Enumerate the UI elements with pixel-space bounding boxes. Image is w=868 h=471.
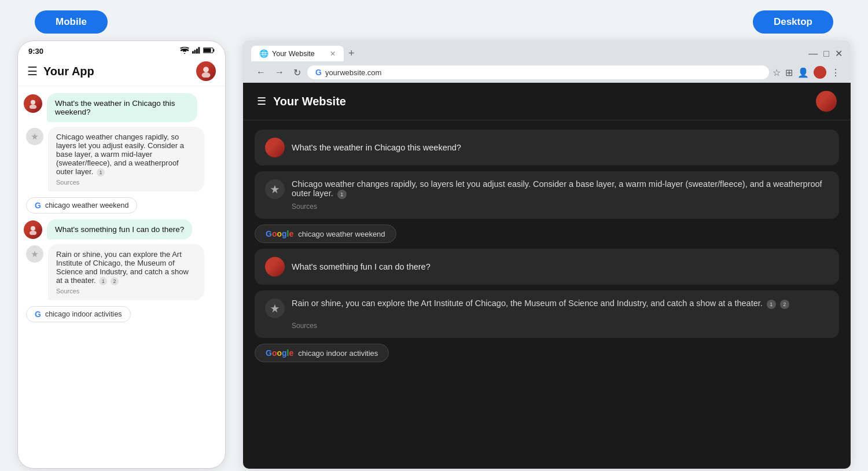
svg-marker-14	[31, 251, 38, 257]
desktop-user-avatar-1	[265, 138, 285, 157]
mobile-sources-1: Sources	[56, 179, 196, 186]
desktop-msg-user-1: What's the weather in Chicago this weeke…	[255, 130, 839, 165]
svg-rect-5	[213, 49, 214, 51]
main-layout: 9:30 ☰ Your App	[0, 41, 868, 471]
more-options-icon[interactable]: ⋮	[831, 67, 840, 78]
mobile-frame: 9:30 ☰ Your App	[17, 41, 226, 469]
browser-toolbar-right: ☆ ⊞ 👤 ⋮	[773, 66, 840, 79]
desktop-msg-ai-2: Rain or shine, you can explore the Art I…	[255, 290, 839, 338]
desktop-bubble-user-1: What's the weather in Chicago this weeke…	[292, 143, 461, 152]
chrome-profile-icon[interactable]	[814, 66, 826, 79]
desktop-footnote-2b: 2	[780, 300, 789, 309]
mobile-app-title: Your App	[43, 65, 196, 78]
browser-tab[interactable]: 🌐 Your Website ✕	[251, 46, 344, 61]
mobile-bubble-user-2: What's something fun I can do there?	[47, 219, 192, 240]
desktop-frame: 🌐 Your Website ✕ + — □ ✕ ← → ↻ G	[243, 41, 851, 469]
mobile-ai-avatar-2	[26, 245, 43, 263]
mobile-chip-label-1: chicago weather weekend	[45, 201, 129, 209]
mobile-status-bar: 9:30	[18, 41, 225, 58]
new-tab-button[interactable]: +	[344, 45, 359, 62]
back-button[interactable]: ←	[253, 66, 269, 79]
mobile-toggle-button[interactable]: Mobile	[35, 10, 108, 34]
desktop-google-chip-1[interactable]: Google chicago weather weekend	[255, 225, 396, 243]
forward-button[interactable]: →	[272, 66, 287, 79]
mobile-user-avatar-2	[24, 220, 42, 239]
svg-point-10	[30, 105, 36, 109]
svg-point-7	[203, 67, 209, 72]
close-window-button[interactable]: ✕	[835, 48, 843, 59]
mobile-msg-ai-1: Chicago weather changes rapidly, so laye…	[24, 127, 219, 192]
website-user-avatar	[816, 91, 837, 112]
browser-nav-bar: ← → ↻ G yourwebsite.com ☆ ⊞ 👤 ⋮	[249, 62, 845, 83]
desktop-ai-row-2: Rain or shine, you can explore the Art I…	[265, 299, 829, 318]
tab-globe-icon: 🌐	[259, 49, 269, 58]
mobile-sources-2: Sources	[56, 288, 196, 295]
battery-icon	[203, 47, 215, 56]
desktop-google-g-2: Google	[266, 348, 293, 358]
svg-point-12	[31, 226, 35, 231]
mobile-msg-user-1: What's the weather in Chicago this weeke…	[24, 93, 219, 122]
svg-marker-15	[271, 185, 279, 193]
desktop-sources-1: Sources	[265, 203, 829, 211]
desktop-user-avatar-2	[265, 257, 285, 277]
desktop-ai-row-1: Chicago weather changes rapidly, so laye…	[265, 179, 829, 199]
mobile-chip-label-2: chicago indoor activities	[45, 310, 122, 318]
address-bar[interactable]: G yourwebsite.com	[307, 65, 769, 79]
svg-rect-2	[196, 49, 198, 53]
desktop-google-chip-2[interactable]: Google chicago indoor activities	[255, 344, 389, 362]
mobile-time: 9:30	[28, 47, 43, 56]
reload-button[interactable]: ↻	[290, 66, 304, 79]
top-bar: Mobile Desktop	[0, 0, 868, 41]
mobile-msg-user-2: What's something fun I can do there?	[24, 219, 219, 240]
desktop-bubble-ai-1: Chicago weather changes rapidly, so laye…	[292, 179, 829, 199]
address-url: yourwebsite.com	[325, 68, 761, 77]
tab-close-button[interactable]: ✕	[330, 50, 336, 58]
desktop-bubble-user-2: What's something fun I can do there?	[292, 262, 431, 271]
mobile-footnote-1: 1	[97, 168, 105, 176]
mobile-chat-area: What's the weather in Chicago this weeke…	[18, 86, 225, 468]
svg-point-9	[31, 100, 35, 105]
google-g-icon-2: G	[35, 310, 41, 319]
desktop-ai-avatar-2	[265, 299, 285, 318]
hamburger-icon[interactable]: ☰	[27, 64, 38, 78]
window-controls: — □ ✕	[808, 48, 843, 59]
svg-rect-3	[198, 47, 200, 53]
mobile-msg-ai-2: Rain or shine, you can explore the Art I…	[24, 244, 219, 300]
website-hamburger-icon[interactable]: ☰	[257, 95, 266, 108]
svg-rect-0	[192, 51, 194, 53]
svg-marker-11	[31, 133, 38, 139]
bookmark-icon[interactable]: ☆	[773, 67, 781, 78]
svg-point-13	[30, 231, 36, 235]
svg-point-8	[201, 72, 210, 78]
mobile-status-icons	[180, 47, 215, 56]
desktop-msg-ai-1: Chicago weather changes rapidly, so laye…	[255, 171, 839, 219]
website-content: ☰ Your Website What's the weather in Chi…	[243, 83, 851, 469]
mobile-google-chip-2[interactable]: G chicago indoor activities	[26, 306, 131, 322]
desktop-sources-2: Sources	[265, 322, 829, 330]
svg-rect-6	[204, 48, 211, 52]
mobile-google-chip-1[interactable]: G chicago weather weekend	[26, 197, 137, 214]
extensions-icon[interactable]: ⊞	[785, 67, 793, 78]
svg-rect-1	[194, 50, 196, 53]
desktop-footnote-2a: 1	[767, 300, 776, 309]
website-header: ☰ Your Website	[243, 83, 851, 120]
desktop-chip-label-1: chicago weather weekend	[298, 230, 385, 238]
desktop-chat-area: What's the weather in Chicago this weeke…	[243, 120, 851, 469]
desktop-bubble-ai-2: Rain or shine, you can explore the Art I…	[292, 299, 829, 309]
signal-icon	[192, 47, 200, 56]
wifi-icon	[180, 47, 189, 56]
mobile-ai-avatar-1	[26, 128, 43, 145]
desktop-google-g-1: Google	[266, 229, 293, 238]
desktop-msg-user-2: What's something fun I can do there?	[255, 249, 839, 285]
profile-icon[interactable]: 👤	[797, 67, 809, 78]
mobile-bubble-ai-1: Chicago weather changes rapidly, so laye…	[48, 127, 204, 192]
mobile-user-avatar	[196, 61, 216, 81]
desktop-toggle-button[interactable]: Desktop	[753, 10, 833, 34]
minimize-button[interactable]: —	[808, 49, 818, 59]
google-g-icon-1: G	[35, 201, 41, 210]
browser-chrome: 🌐 Your Website ✕ + — □ ✕ ← → ↻ G	[243, 41, 851, 83]
desktop-footnote-1: 1	[337, 190, 347, 199]
mobile-app-header: ☰ Your App	[18, 58, 225, 86]
maximize-button[interactable]: □	[823, 49, 829, 59]
google-search-icon: G	[315, 68, 322, 77]
